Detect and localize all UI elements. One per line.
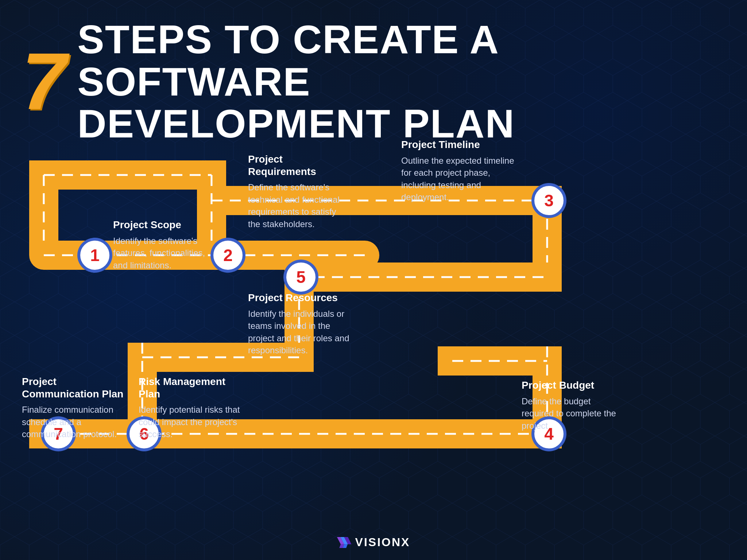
- step-2-circle: 2: [212, 239, 244, 272]
- step-6-content: Risk Management Plan Identify potential …: [139, 376, 241, 440]
- step-4-desc: Define the budget required to complete t…: [522, 395, 624, 432]
- step-3-circle: 3: [533, 184, 565, 217]
- step-2-content: Project Requirements Define the software…: [248, 153, 350, 230]
- step-3-desc: Outline the expected timeline for each p…: [401, 155, 522, 203]
- road-graphic: [0, 0, 747, 560]
- step-2-desc: Define the software's technical and func…: [248, 181, 350, 230]
- step-1-title: Project Scope: [113, 219, 215, 231]
- visionx-icon: [337, 537, 352, 548]
- step-5-number: 5: [296, 267, 306, 287]
- step-5-circle: 5: [285, 261, 317, 293]
- step-1-number: 1: [90, 245, 100, 265]
- step-5-title: Project Resources: [248, 292, 357, 304]
- step-4-title: Project Budget: [522, 379, 624, 392]
- step-6-title: Risk Management Plan: [139, 376, 241, 400]
- step-7-desc: Finalize communication schedule and a co…: [22, 404, 124, 440]
- step-7-title: Project Communication Plan: [22, 376, 124, 400]
- step-7-content: Project Communication Plan Finalize comm…: [22, 376, 124, 440]
- step-3-number: 3: [544, 191, 554, 210]
- step-2-title: Project Requirements: [248, 153, 350, 178]
- step-3-title: Project Timeline: [401, 139, 522, 151]
- step-2-number: 2: [223, 245, 233, 265]
- step-5-desc: Identify the individuals or teams involv…: [248, 308, 357, 357]
- step-1-circle: 1: [78, 239, 111, 272]
- step-1-desc: Identify the software's features, functi…: [113, 235, 215, 272]
- step-3-content: Project Timeline Outline the expected ti…: [401, 139, 522, 203]
- step-6-desc: Identify potential risks that could impa…: [139, 404, 241, 440]
- brand-logo: VISIONX: [337, 536, 410, 549]
- step-5-content: Project Resources Identify the individua…: [248, 292, 357, 357]
- footer: VISIONX: [337, 536, 410, 549]
- step-1-content: Project Scope Identify the software's fe…: [113, 219, 215, 271]
- brand-name: VISIONX: [355, 536, 410, 549]
- main-container: 7 STEPS TO CREATE A SOFTWARE DEVELOPMENT…: [0, 0, 747, 560]
- step-4-content: Project Budget Define the budget require…: [522, 379, 624, 432]
